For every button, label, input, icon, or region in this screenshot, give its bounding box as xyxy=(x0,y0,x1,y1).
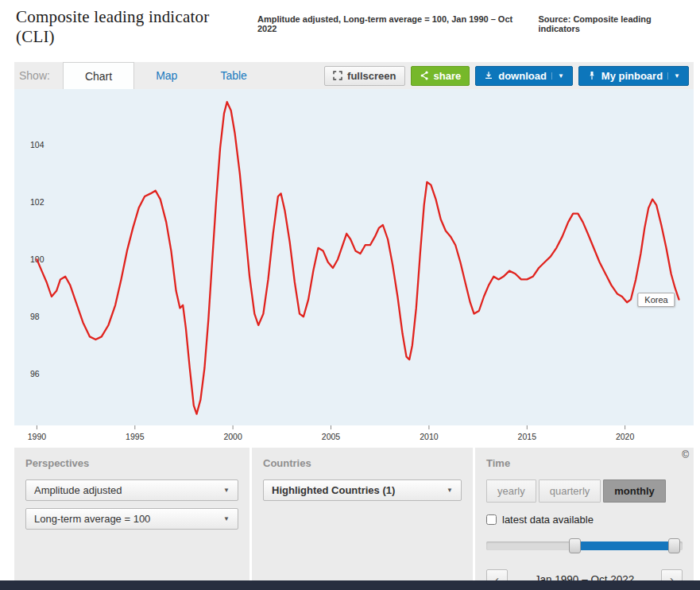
caret-down-icon: ▼ xyxy=(667,72,680,80)
copyright-mark: © xyxy=(682,449,689,460)
caret-down-icon: ▼ xyxy=(223,487,230,494)
download-button[interactable]: download ▼ xyxy=(475,66,573,86)
fullscreen-button[interactable]: fullscreen xyxy=(324,66,404,86)
perspectives-heading: Perspectives xyxy=(25,457,238,469)
toolbar-actions: fullscreen share download ▼ My pinboard … xyxy=(324,66,694,86)
svg-text:2005: 2005 xyxy=(322,432,341,441)
share-button[interactable]: share xyxy=(411,66,470,86)
cli-line-chart: 9698100102104199019952000200520102015202… xyxy=(14,89,694,448)
countries-panel: Countries Highlighted Countries (1) ▼ xyxy=(252,448,473,590)
svg-text:1995: 1995 xyxy=(126,432,145,441)
page-title: Composite leading indicator (CLI) xyxy=(16,7,245,47)
svg-text:96: 96 xyxy=(30,369,40,378)
fullscreen-icon xyxy=(333,71,342,80)
share-icon xyxy=(420,71,429,80)
show-label: Show: xyxy=(14,69,63,82)
pinboard-button[interactable]: My pinboard ▼ xyxy=(578,66,689,86)
download-label: download xyxy=(498,70,547,82)
perspectives-panel: Perspectives Amplitude adjusted ▼ Long-t… xyxy=(14,448,249,590)
share-label: share xyxy=(434,70,462,82)
fullscreen-label: fullscreen xyxy=(347,70,396,82)
tab-chart[interactable]: Chart xyxy=(63,62,134,89)
pin-icon xyxy=(587,71,597,80)
svg-text:2015: 2015 xyxy=(518,432,537,441)
time-panel: Time yearly quarterly monthly latest dat… xyxy=(475,448,694,590)
caret-down-icon: ▼ xyxy=(551,72,564,80)
source-label: Source: Composite leading indicators xyxy=(538,14,690,33)
svg-text:2020: 2020 xyxy=(616,432,635,441)
latest-data-row: latest data available xyxy=(486,514,683,526)
caret-down-icon: ▼ xyxy=(223,515,230,522)
svg-text:102: 102 xyxy=(30,197,44,207)
frequency-quarterly-button[interactable]: quarterly xyxy=(539,479,601,503)
page: Composite leading indicator (CLI) Amplit… xyxy=(0,0,700,590)
time-heading: Time xyxy=(486,457,683,469)
countries-heading: Countries xyxy=(263,457,462,469)
svg-text:98: 98 xyxy=(30,312,40,321)
slider-handle-right[interactable] xyxy=(668,538,680,553)
tab-map[interactable]: Map xyxy=(134,62,199,89)
svg-text:2000: 2000 xyxy=(223,432,242,441)
view-tabs: Chart Map Table xyxy=(63,62,269,89)
perspective-select-average-value: Long-term average = 100 xyxy=(34,513,150,525)
controls-panel: Perspectives Amplitude adjusted ▼ Long-t… xyxy=(14,448,694,590)
svg-text:104: 104 xyxy=(30,140,44,149)
perspective-select-average[interactable]: Long-term average = 100 ▼ xyxy=(25,508,238,530)
page-header: Composite leading indicator (CLI) Amplit… xyxy=(0,0,700,53)
caret-down-icon: ▼ xyxy=(447,487,453,494)
latest-data-label: latest data available xyxy=(502,514,594,526)
download-icon xyxy=(484,71,493,80)
svg-text:2010: 2010 xyxy=(420,432,439,441)
series-label-korea: Korea xyxy=(637,293,675,307)
svg-text:1990: 1990 xyxy=(28,432,47,441)
slider-selected-range xyxy=(574,541,675,550)
latest-data-checkbox[interactable] xyxy=(486,514,497,525)
tab-table[interactable]: Table xyxy=(199,62,268,89)
page-subtitle: Amplitude adjusted, Long-term average = … xyxy=(257,14,525,33)
countries-select-value: Highlighted Countries (1) xyxy=(272,484,395,496)
footer-bar xyxy=(0,580,700,590)
frequency-toggle: yearly quarterly monthly xyxy=(486,479,683,503)
chart-area[interactable]: 9698100102104199019952000200520102015202… xyxy=(14,89,694,448)
perspective-select-amplitude-value: Amplitude adjusted xyxy=(34,484,122,496)
countries-select[interactable]: Highlighted Countries (1) ▼ xyxy=(263,479,462,501)
frequency-monthly-button[interactable]: monthly xyxy=(603,479,666,503)
perspective-select-amplitude[interactable]: Amplitude adjusted ▼ xyxy=(25,479,238,501)
toolbar: Show: Chart Map Table fullscreen share d… xyxy=(14,62,694,89)
pinboard-label: My pinboard xyxy=(601,70,663,82)
frequency-yearly-button[interactable]: yearly xyxy=(486,479,536,503)
chart-widget: Show: Chart Map Table fullscreen share d… xyxy=(14,62,694,590)
time-range-slider[interactable] xyxy=(486,538,683,553)
slider-handle-left[interactable] xyxy=(569,538,581,553)
